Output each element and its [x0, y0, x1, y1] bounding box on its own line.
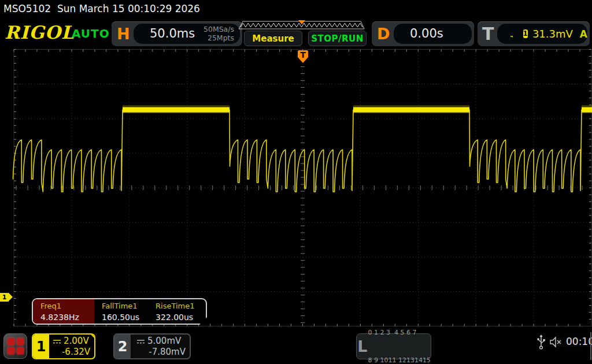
memory-depth: 25Mpts [204, 34, 234, 42]
channel2-offset: -7.80mV [131, 347, 186, 358]
logic-row-0-7: 0 1 2 3 4 5 6 7 [368, 328, 431, 337]
function-navigator-button[interactable] [3, 333, 27, 359]
channel1-ground-arrow-icon [9, 293, 13, 301]
measurement-value: 160.50us [102, 313, 148, 322]
red-square-icon [17, 338, 24, 345]
red-square-icon [8, 347, 14, 354]
red-square-icon [17, 347, 24, 354]
logic-label: L [357, 337, 368, 355]
measurement-label: FallTime1 [102, 302, 148, 310]
header-bar: RIGOL AUTO H 50.0ms 50MSa/s 25Mpts Measu… [0, 17, 592, 48]
channel1-tag: 1 [33, 335, 49, 358]
power-on-timer: 00:10 [566, 336, 592, 347]
trigger-marker-letter: T [297, 50, 309, 60]
channel1-offset: -6.32V [49, 347, 90, 358]
channel1-values: 2.00V -6.32V [49, 335, 94, 358]
delay-value: 0.00s [410, 27, 443, 40]
channel2-scale: 5.00mV [147, 336, 181, 347]
measurement-freq1[interactable]: Freq1 4.8238Hz [33, 299, 94, 324]
delay-pill: 0.00s [394, 24, 472, 44]
t-label: T [482, 24, 494, 44]
channel1-scale: 2.00V [64, 336, 89, 347]
trigger-level-value: 31.3mV [532, 28, 573, 40]
sound-muted-icon [549, 336, 564, 348]
d-label: D [377, 25, 390, 43]
logic-channel-numbers: 0 1 2 3 4 5 6 7 8 9 1011 12131415 [368, 310, 431, 364]
logic-row-8-15: 8 9 1011 12131415 [368, 356, 431, 364]
bottom-status-bar: 1 2.00V -6.32V 2 5.00mV -7.80mV [0, 326, 592, 364]
trigger-pill: 1 31.3mV A [497, 24, 587, 44]
timebase-value: 50.0ms [150, 27, 195, 40]
trigger-source-badge: 1 [523, 29, 528, 38]
timebase-pill: 50.0ms 50MSa/s 25Mpts [134, 24, 240, 44]
model-and-datetime: MSO5102 Sun March 15 00:10:29 2026 [3, 3, 200, 14]
sample-rate: 50MSa/s [204, 25, 234, 34]
rigol-logo: RIGOL [5, 22, 75, 43]
h-label: H [117, 25, 130, 43]
red-square-icon [8, 338, 14, 345]
trigger-sweep-mode: A [580, 28, 587, 40]
channel2-values: 5.00mV -7.80mV [131, 335, 190, 358]
channel1-ground-number: 1 [0, 294, 9, 301]
dc-coupling-icon [53, 339, 61, 344]
measurement-results-box[interactable]: Freq1 4.8238Hz FallTime1 160.50us RiseTi… [32, 298, 207, 325]
trigger-position-marker[interactable]: T [297, 50, 309, 64]
channel1-status-block[interactable]: 1 2.00V -6.32V [32, 333, 95, 359]
statusbar-divider [590, 332, 591, 360]
acquire-mode-label: AUTO [72, 27, 110, 40]
graticule-and-waveform [0, 49, 592, 326]
measurement-value: 322.00us [156, 313, 202, 322]
channel2-tag: 2 [114, 335, 131, 358]
trigger-settings[interactable]: T 1 31.3mV A [478, 21, 590, 46]
dc-coupling-icon [136, 339, 145, 344]
delay-settings[interactable]: D 0.00s [372, 21, 474, 46]
measurement-value: 4.8238Hz [40, 313, 94, 322]
top-title-bar: MSO5102 Sun March 15 00:10:29 2026 [0, 0, 592, 17]
channel2-status-block[interactable]: 2 5.00mV -7.80mV [113, 333, 191, 359]
measurement-label: Freq1 [40, 302, 94, 310]
usb-icon [536, 334, 546, 350]
channel1-ground-marker[interactable]: 1 [0, 293, 13, 302]
measurement-risetime1[interactable]: RiseTime1 322.00us [148, 299, 202, 324]
logic-analyzer-block[interactable]: L 0 1 2 3 4 5 6 7 8 9 1011 12131415 [356, 333, 431, 359]
memory-position-marker-icon [298, 20, 305, 24]
waveform-display-area[interactable]: T 1 Freq1 4.8238Hz FallTime1 160.50us Ri… [0, 49, 592, 326]
measurement-label: RiseTime1 [156, 302, 202, 310]
horizontal-settings[interactable]: H 50.0ms 50MSa/s 25Mpts [112, 21, 242, 46]
measure-button[interactable]: Measure [244, 31, 302, 46]
header-buttons: Measure STOP/RUN [244, 31, 367, 46]
sample-rate-block: 50MSa/s 25Mpts [204, 25, 234, 42]
channel1-corner-notch [90, 333, 95, 339]
measurement-falltime1[interactable]: FallTime1 160.50us [94, 299, 148, 324]
stop-run-button[interactable]: STOP/RUN [308, 31, 367, 46]
trigger-slope-icon [510, 29, 513, 38]
